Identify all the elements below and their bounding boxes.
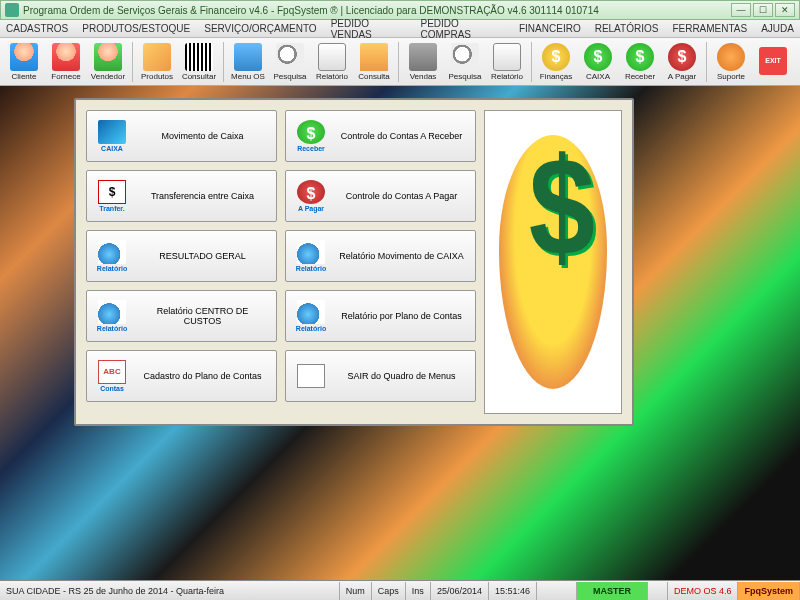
rel-icon	[297, 300, 325, 324]
menu-button[interactable]: CAIXAMovimento de Caixa	[86, 110, 277, 162]
close-button[interactable]: ✕	[775, 3, 795, 17]
status-time: 15:51:46	[489, 582, 537, 600]
report-icon	[493, 43, 521, 71]
menu-button[interactable]: A PagarControle do Contas A Pagar	[285, 170, 476, 222]
barcode-icon	[185, 43, 213, 71]
finance-menu-panel: CAIXAMovimento de CaixaReceberControle d…	[74, 98, 634, 426]
toolbar-vendas[interactable]: Vendas	[403, 40, 443, 84]
box-icon	[143, 43, 171, 71]
menu-button[interactable]: SAIR do Quadro de Menus	[285, 350, 476, 402]
menu-button-label: Movimento de Caixa	[133, 131, 272, 141]
toolbar-fornece[interactable]: Fornece	[46, 40, 86, 84]
rel-icon	[98, 240, 126, 264]
menu-button-label: RESULTADO GERAL	[133, 251, 272, 261]
sair-icon	[297, 364, 325, 388]
menu-button[interactable]: Tranfer.Transferencia entre Caixa	[86, 170, 277, 222]
menu-ferramentas[interactable]: FERRAMENTAS	[672, 23, 747, 34]
status-caps: Caps	[372, 582, 406, 600]
menu-cadastros[interactable]: CADASTROS	[6, 23, 68, 34]
dollar-red-icon	[668, 43, 696, 71]
maximize-button[interactable]: ☐	[753, 3, 773, 17]
folder-icon	[360, 43, 388, 71]
toolbar-receber[interactable]: Receber	[620, 40, 660, 84]
statusbar: SUA CIDADE - RS 25 de Junho de 2014 - Qu…	[0, 580, 800, 600]
toolbar-a pagar[interactable]: A Pagar	[662, 40, 702, 84]
report-icon	[318, 43, 346, 71]
menu-button[interactable]: ContasCadastro do Plano de Contas	[86, 350, 277, 402]
menu-button[interactable]: RelatórioRESULTADO GERAL	[86, 230, 277, 282]
toolbar-finanças[interactable]: Finanças	[536, 40, 576, 84]
menu-button[interactable]: ReceberControle do Contas A Receber	[285, 110, 476, 162]
dollar-yellow-icon	[542, 43, 570, 71]
menu-button-label: Cadastro do Plano de Contas	[133, 371, 272, 381]
panel-image: $	[484, 110, 622, 414]
toolbar: ClienteForneceVendedorProdutosConsultarM…	[0, 38, 800, 86]
menu-button-label: Transferencia entre Caixa	[133, 191, 272, 201]
status-fpq: FpqSystem	[738, 582, 800, 600]
minimize-button[interactable]: —	[731, 3, 751, 17]
toolbar-caixa[interactable]: CAIXA	[578, 40, 618, 84]
clip-icon	[234, 43, 262, 71]
toolbar-consulta[interactable]: Consulta	[354, 40, 394, 84]
toolbar-vendedor[interactable]: Vendedor	[88, 40, 128, 84]
menu-button[interactable]: RelatórioRelatório Movimento de CAIXA	[285, 230, 476, 282]
toolbar-suporte[interactable]: Suporte	[711, 40, 751, 84]
dollar-green-icon	[584, 43, 612, 71]
window-title: Programa Ordem de Serviços Gerais & Fina…	[23, 5, 731, 16]
dollar-sign-icon: $	[529, 126, 595, 288]
menu-button-label: Controle do Contas A Receber	[332, 131, 471, 141]
status-ins: Ins	[406, 582, 431, 600]
person-red-icon	[52, 43, 80, 71]
person-green-icon	[94, 43, 122, 71]
menu-pedido compras[interactable]: PEDIDO COMPRAS	[420, 18, 505, 40]
toolbar-pesquisa[interactable]: Pesquisa	[270, 40, 310, 84]
toolbar-consultar[interactable]: Consultar	[179, 40, 219, 84]
menu-financeiro[interactable]: FINANCEIRO	[519, 23, 581, 34]
cart-icon	[409, 43, 437, 71]
dollar-green-icon	[297, 120, 325, 144]
menu-relatórios[interactable]: RELATÓRIOS	[595, 23, 659, 34]
abc-icon	[98, 360, 126, 384]
menu-button[interactable]: RelatórioRelatório por Plano de Contas	[285, 290, 476, 342]
toolbar-relatório[interactable]: Relatório	[312, 40, 352, 84]
menu-button-label: Relatório CENTRO DE CUSTOS	[133, 306, 272, 326]
menu-button-label: Controle do Contas A Pagar	[332, 191, 471, 201]
menu-ajuda[interactable]: AJUDA	[761, 23, 794, 34]
menubar: CADASTROSPRODUTOS/ESTOQUESERVIÇO/ORÇAMEN…	[0, 20, 800, 38]
toolbar-exit[interactable]	[753, 40, 793, 84]
menu-button[interactable]: RelatórioRelatório CENTRO DE CUSTOS	[86, 290, 277, 342]
person-blue-icon	[10, 43, 38, 71]
transfer-icon	[98, 180, 126, 204]
search-icon	[276, 43, 304, 71]
app-icon	[5, 3, 19, 17]
caixa-icon	[98, 120, 126, 144]
exit-icon	[759, 47, 787, 75]
support-icon	[717, 43, 745, 71]
rel-icon	[297, 240, 325, 264]
status-num: Num	[340, 582, 372, 600]
dollar-red-icon	[297, 180, 325, 204]
status-date: 25/06/2014	[431, 582, 489, 600]
menu-pedido vendas[interactable]: PEDIDO VENDAS	[331, 18, 407, 40]
toolbar-pesquisa[interactable]: Pesquisa	[445, 40, 485, 84]
status-city: SUA CIDADE - RS 25 de Junho de 2014 - Qu…	[0, 582, 340, 600]
dollar-green-icon	[626, 43, 654, 71]
toolbar-produtos[interactable]: Produtos	[137, 40, 177, 84]
rel-icon	[98, 300, 126, 324]
toolbar-relatório[interactable]: Relatório	[487, 40, 527, 84]
toolbar-menu os[interactable]: Menu OS	[228, 40, 268, 84]
status-master: MASTER	[577, 582, 648, 600]
menu-button-label: Relatório Movimento de CAIXA	[332, 251, 471, 261]
toolbar-cliente[interactable]: Cliente	[4, 40, 44, 84]
workspace: CAIXAMovimento de CaixaReceberControle d…	[0, 86, 800, 580]
status-demo: DEMO OS 4.6	[668, 582, 739, 600]
menu-serviço/orçamento[interactable]: SERVIÇO/ORÇAMENTO	[204, 23, 316, 34]
search-icon	[451, 43, 479, 71]
menu-produtos/estoque[interactable]: PRODUTOS/ESTOQUE	[82, 23, 190, 34]
menu-button-label: SAIR do Quadro de Menus	[332, 371, 471, 381]
menu-button-label: Relatório por Plano de Contas	[332, 311, 471, 321]
